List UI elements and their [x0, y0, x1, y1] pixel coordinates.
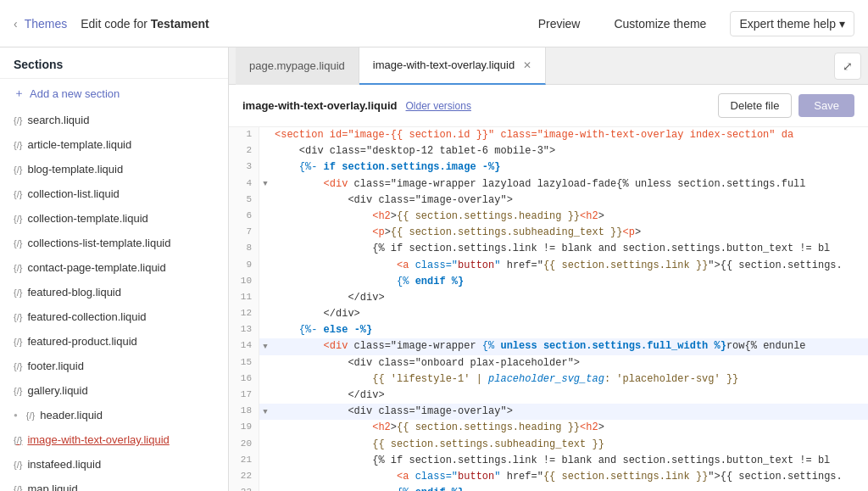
code-line: 2 <div class="desktop-12 tablet-6 mobile… — [229, 143, 868, 159]
line-fold-arrow — [259, 355, 271, 371]
delete-file-button[interactable]: Delete file — [718, 93, 793, 118]
line-content: <div class="onboard plax-placeholder"> — [271, 355, 583, 371]
line-number: 10 — [229, 274, 259, 290]
themes-link[interactable]: Themes — [25, 17, 68, 31]
sidebar-file[interactable]: {/}search.liquid — [0, 108, 228, 132]
add-section-link[interactable]: ＋ Add a new section — [0, 79, 228, 108]
back-chevron-icon[interactable]: ‹ — [14, 17, 18, 31]
line-content: {%- if section.settings.image -%} — [271, 159, 504, 176]
sidebar-file[interactable]: {/}image-with-text-overlay.liquid — [0, 427, 228, 452]
line-content: <a class="button" href="{{ section.setti… — [271, 258, 846, 274]
sidebar-file[interactable]: {/}header.liquid — [0, 403, 228, 427]
sidebar-file[interactable]: {/}collections-list-template.liquid — [0, 231, 228, 255]
expert-theme-help-button[interactable]: Expert theme help ▾ — [730, 11, 854, 36]
file-name-label: search.liquid — [27, 114, 89, 126]
line-content: <div class="image-overlay"> — [271, 404, 516, 420]
tab-close-icon[interactable]: ✕ — [523, 59, 531, 71]
line-content: <h2>{{ section.settings.heading }}<h2> — [271, 420, 608, 436]
line-fold-arrow — [259, 225, 271, 241]
file-icon: {/} — [26, 410, 35, 421]
code-line: 4▼ <div class="image-wrapper lazyload la… — [229, 176, 868, 192]
line-number: 13 — [229, 322, 259, 338]
topbar-right: Preview Customize theme Expert theme hel… — [528, 11, 854, 36]
sidebar-file[interactable]: {/}featured-blog.liquid — [0, 280, 228, 304]
line-fold-arrow — [259, 388, 271, 404]
line-number: 11 — [229, 290, 259, 306]
add-section-label: Add a new section — [30, 87, 120, 100]
code-line: 7 <p>{{ section.settings.subheading_text… — [229, 225, 868, 241]
line-fold-arrow — [259, 420, 271, 436]
sidebar-file[interactable]: {/}article-template.liquid — [0, 132, 228, 157]
editor-tab[interactable]: page.mypage.liquid — [236, 47, 359, 85]
sidebar-file[interactable]: {/}featured-collection.liquid — [0, 304, 228, 329]
file-name-label: collection-template.liquid — [27, 212, 147, 225]
sidebar-file[interactable]: {/}map.liquid — [0, 477, 228, 491]
line-content: <a class="button" href="{{ section.setti… — [271, 469, 846, 485]
page-title: Edit code for Testament — [81, 17, 209, 31]
file-icon: {/} — [14, 484, 22, 492]
code-line: 17 </div> — [229, 388, 868, 404]
sidebar-file[interactable]: {/}contact-page-template.liquid — [0, 255, 228, 280]
code-line: 10 {% endif %} — [229, 274, 868, 290]
file-name-label: instafeed.liquid — [27, 458, 101, 471]
line-content: <section id="image-{{ section.id }}" cla… — [271, 127, 797, 143]
sidebar-file[interactable]: {/}gallery.liquid — [0, 378, 228, 403]
code-line: 19 <h2>{{ section.settings.heading }}<h2… — [229, 420, 868, 436]
file-name-label: featured-collection.liquid — [27, 310, 146, 323]
line-content: {{ section.settings.subheading_text }} — [271, 437, 608, 453]
file-icon: {/} — [14, 361, 22, 371]
editor-tab[interactable]: image-with-text-overlay.liquid✕ — [359, 47, 546, 85]
sidebar-file[interactable]: {/}instafeed.liquid — [0, 452, 228, 477]
code-line: 18▼ <div class="image-overlay"> — [229, 404, 868, 420]
file-name-label: header.liquid — [40, 409, 103, 421]
file-icon: {/} — [14, 460, 22, 470]
line-number: 3 — [229, 159, 259, 176]
sidebar-file[interactable]: {/}blog-template.liquid — [0, 157, 228, 181]
expert-chevron-icon: ▾ — [839, 17, 845, 31]
file-name-label: collection-list.liquid — [27, 187, 119, 200]
code-line: 1<section id="image-{{ section.id }}" cl… — [229, 127, 868, 143]
file-icon: {/} — [14, 115, 22, 126]
code-line: 22 <a class="button" href="{{ section.se… — [229, 469, 868, 485]
line-number: 14 — [229, 338, 259, 354]
open-file-name: image-with-text-overlay.liquid — [242, 99, 398, 112]
line-fold-arrow — [259, 127, 271, 143]
line-fold-arrow — [259, 192, 271, 209]
line-fold-arrow[interactable]: ▼ — [259, 338, 271, 354]
sidebar-file-list: {/}search.liquid{/}article-template.liqu… — [0, 108, 228, 491]
line-fold-arrow — [259, 437, 271, 453]
file-icon: {/} — [14, 238, 22, 248]
code-line: 20 {{ section.settings.subheading_text }… — [229, 437, 868, 453]
sidebar-file[interactable]: {/}collection-template.liquid — [0, 206, 228, 231]
code-line: 6 <h2>{{ section.settings.heading }}<h2> — [229, 209, 868, 225]
line-number: 6 — [229, 209, 259, 225]
file-icon: {/} — [14, 435, 22, 445]
line-content: {% if section.settings.link != blank and… — [271, 241, 833, 257]
line-fold-arrow[interactable]: ▼ — [259, 176, 271, 192]
line-content: {% endif %} — [271, 485, 467, 491]
code-line: 11 </div> — [229, 290, 868, 306]
expand-editor-button[interactable]: ⤢ — [834, 53, 861, 80]
code-line: 16 {{ 'lifestyle-1' | placeholder_svg_ta… — [229, 371, 868, 388]
code-editor[interactable]: 1<section id="image-{{ section.id }}" cl… — [229, 127, 868, 491]
line-fold-arrow — [259, 322, 271, 338]
save-button[interactable]: Save — [798, 94, 854, 117]
line-number: 9 — [229, 258, 259, 274]
line-content: </div> — [271, 306, 364, 322]
main-content: Sections ＋ Add a new section {/}search.l… — [0, 47, 868, 491]
sidebar-file[interactable]: {/}footer.liquid — [0, 354, 228, 378]
file-name-label: gallery.liquid — [27, 384, 87, 397]
line-fold-arrow[interactable]: ▼ — [259, 404, 271, 420]
line-content: {{ 'lifestyle-1' | placeholder_svg_tag: … — [271, 371, 742, 388]
tabs-bar: page.mypage.liquidimage-with-text-overla… — [229, 47, 868, 85]
line-fold-arrow — [259, 143, 271, 159]
customize-theme-button[interactable]: Customize theme — [604, 12, 716, 36]
editor-area: page.mypage.liquidimage-with-text-overla… — [229, 47, 868, 491]
sidebar-file[interactable]: {/}collection-list.liquid — [0, 181, 228, 206]
file-icon: {/} — [14, 189, 22, 199]
older-versions-link[interactable]: Older versions — [406, 100, 471, 112]
sidebar-file[interactable]: {/}featured-product.liquid — [0, 329, 228, 354]
file-icon: {/} — [14, 263, 22, 273]
preview-button[interactable]: Preview — [528, 12, 591, 36]
code-line: 13 {%- else -%} — [229, 322, 868, 338]
